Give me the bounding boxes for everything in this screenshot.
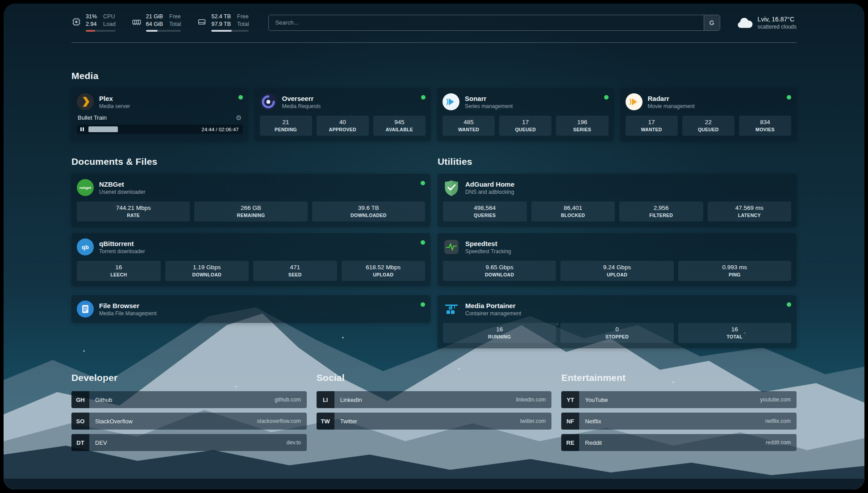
search-engine-button[interactable]: G	[704, 15, 720, 30]
media-cards: Plex Media server Bullet Train ⚙ 24:44 /…	[71, 88, 797, 141]
disk-progress-bar	[211, 30, 249, 32]
status-dot	[238, 95, 243, 100]
bookmark-dev[interactable]: DT DEV dev.to	[71, 434, 307, 451]
app-name: File Browser	[99, 301, 415, 310]
stat-tile: 945 AVAILABLE	[373, 116, 426, 136]
filebrowser-icon	[77, 301, 94, 318]
pause-icon[interactable]	[77, 125, 88, 134]
status-dot	[421, 95, 426, 100]
stat-tile: 834 MOVIES	[739, 116, 791, 136]
sonarr-icon	[442, 93, 459, 110]
app-name: Sonarr	[465, 94, 599, 103]
adguard-icon	[443, 179, 460, 196]
media-progress-bar[interactable]: 24:44 / 02:06:47	[77, 125, 243, 134]
disk-free: 52.4 TB	[211, 13, 231, 20]
stat-tile: 498,564 QUERIES	[443, 201, 527, 221]
stat-tile: 266 GB REMAINING	[194, 201, 307, 221]
app-card-sonarr[interactable]: Sonarr Series management 485 WANTED 17 Q…	[437, 88, 614, 141]
ram-label-top: Free	[169, 13, 181, 20]
app-subtitle: Speedtest Tracking	[465, 248, 791, 255]
ram-progress-bar	[146, 30, 181, 32]
stat-tile: 40 APPROVED	[317, 116, 369, 136]
app-subtitle: Media File Management	[99, 310, 415, 317]
disk-label-top: Free	[237, 13, 249, 20]
disk-metric: 52.4 TB 97.9 TB Free Total	[197, 13, 249, 32]
stat-tile: 16 RUNNING	[443, 323, 556, 343]
netflix-icon: NF	[561, 413, 579, 430]
app-name: Speedtest	[465, 239, 791, 248]
overseerr-icon	[260, 93, 277, 110]
radarr-icon	[626, 93, 643, 110]
app-card-speedtest[interactable]: Speedtest Speedtest Tracking 9.65 Gbps D…	[438, 233, 797, 286]
stackoverflow-icon: SO	[71, 413, 89, 430]
stat-tile: 196 SERIES	[556, 116, 608, 136]
cpu-load: 2.94	[86, 21, 97, 28]
cpu-metric: 31% 2.94 CPU Load	[71, 13, 116, 32]
disk-icon	[197, 17, 207, 27]
bookmark-reddit[interactable]: RE Reddit reddit.com	[561, 434, 797, 451]
portainer-icon	[443, 301, 460, 318]
app-card-nzbget[interactable]: nzbget NZBGet Usenet downloader 744.21 M…	[71, 174, 430, 227]
app-card-plex[interactable]: Plex Media server Bullet Train ⚙ 24:44 /…	[71, 88, 248, 141]
bookmark-github[interactable]: GH Github github.com	[71, 391, 307, 408]
weather-location: Lviv, 16.87°C	[758, 16, 797, 23]
app-name: NZBGet	[99, 180, 415, 188]
settings-icon[interactable]: ⚙	[236, 115, 242, 121]
entertainment-column: Entertainment YT YouTube youtube.com NF …	[561, 372, 797, 451]
app-card-portainer[interactable]: Media Portainer Container management 16 …	[438, 295, 797, 348]
topbar-separator	[71, 42, 797, 43]
stat-tile: 17 QUEUED	[499, 116, 551, 136]
nzbget-icon: nzbget	[77, 179, 94, 196]
section-title-developer: Developer	[71, 372, 307, 383]
stat-tile: 9.65 Gbps DOWNLOAD	[443, 261, 556, 281]
app-name: Plex	[99, 94, 233, 103]
dev-icon: DT	[71, 434, 89, 451]
search-bar: G	[268, 15, 720, 31]
bookmark-linkedin[interactable]: LI LinkedIn linkedin.com	[317, 391, 552, 408]
developer-column: Developer GH Github github.com SO StackO…	[71, 372, 307, 451]
stat-tile: 22 QUEUED	[682, 116, 734, 136]
bookmark-netflix[interactable]: NF Netflix netflix.com	[561, 413, 797, 430]
app-card-radarr[interactable]: Radarr Movie management 17 WANTED 22 QUE…	[620, 88, 797, 141]
bookmark-stackoverflow[interactable]: SO StackOverflow stackoverflow.com	[71, 413, 307, 430]
stat-tile: 16 LEECH	[77, 261, 161, 281]
qbittorrent-icon: qb	[77, 238, 94, 255]
stat-tile: 21 PENDING	[260, 116, 312, 136]
dashboard-screen: 31% 2.94 CPU Load	[4, 4, 864, 489]
cpu-label-bottom: Load	[103, 21, 116, 28]
reddit-icon: RE	[561, 434, 579, 451]
playback-time: 24:44 / 02:06:47	[201, 125, 238, 134]
search-input[interactable]	[268, 15, 720, 31]
cpu-progress-bar	[86, 30, 116, 32]
bookmarks-section: Developer GH Github github.com SO StackO…	[71, 372, 797, 464]
weather-condition: scattered clouds	[758, 24, 797, 30]
bookmark-youtube[interactable]: YT YouTube youtube.com	[561, 391, 797, 408]
stat-tile: 485 WANTED	[442, 116, 495, 136]
app-card-overseerr[interactable]: Overseerr Media Requests 21 PENDING 40 A…	[255, 88, 431, 141]
stat-tile: 471 SEED	[253, 261, 337, 281]
app-subtitle: Movie management	[648, 103, 782, 110]
ram-free: 21 GiB	[146, 13, 163, 20]
youtube-icon: YT	[561, 391, 579, 408]
app-card-adguard[interactable]: AdGuard Home DNS and adblocking 498,564 …	[438, 174, 797, 227]
app-card-qbittorrent[interactable]: qb qBittorrent Torrent downloader 16 LEE…	[71, 233, 430, 286]
app-subtitle: Torrent downloader	[99, 248, 415, 255]
app-subtitle: Usenet downloader	[99, 189, 415, 196]
stat-tile: 0.993 ms PING	[678, 261, 791, 281]
app-card-filebrowser[interactable]: File Browser Media File Management	[71, 295, 430, 323]
stat-tile: 2,956 FILTERED	[619, 201, 703, 221]
bookmark-twitter[interactable]: TW Twitter twitter.com	[317, 413, 552, 430]
app-subtitle: Series management	[465, 103, 599, 110]
app-subtitle: DNS and adblocking	[465, 189, 791, 196]
github-icon: GH	[71, 391, 89, 408]
stat-tile: 17 WANTED	[626, 116, 678, 136]
app-subtitle: Media Requests	[282, 103, 416, 110]
cpu-icon	[71, 17, 81, 27]
now-playing-title: Bullet Train	[78, 114, 107, 121]
stat-tile: 618.52 Mbps UPLOAD	[342, 261, 426, 281]
twitter-icon: TW	[317, 413, 334, 430]
app-name: Overseerr	[282, 94, 416, 103]
weather-widget: Lviv, 16.87°C scattered clouds	[736, 16, 797, 30]
section-title-social: Social	[317, 372, 552, 383]
status-dot	[421, 240, 425, 245]
